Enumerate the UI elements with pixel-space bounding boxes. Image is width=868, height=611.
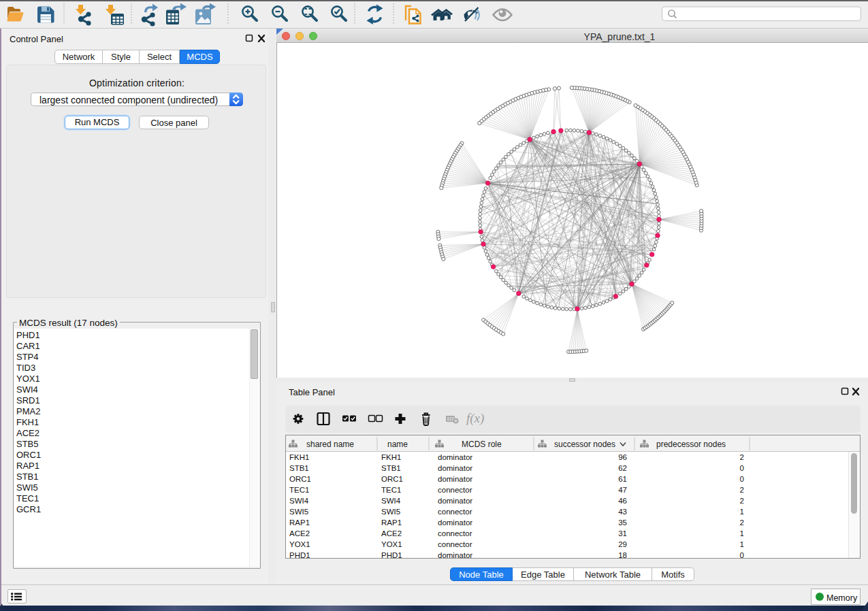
svg-text:f(x): f(x) (466, 411, 484, 426)
